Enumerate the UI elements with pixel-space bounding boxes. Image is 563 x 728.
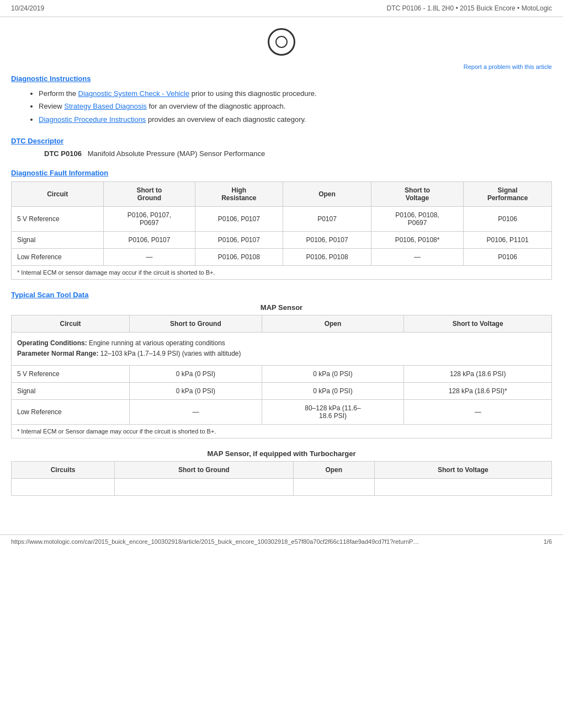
- logo-circle: [268, 28, 295, 56]
- map-lowref-short-ground: —: [130, 399, 262, 424]
- diagnostic-fault-section: Diagnostic Fault Information Circuit Sho…: [11, 169, 552, 280]
- operating-conditions-cell: Operating Conditions: Engine running at …: [12, 333, 552, 365]
- turbo-title: MAP Sensor, if equipped with Turbocharge…: [11, 449, 552, 458]
- turbo-empty-row: [12, 478, 552, 495]
- col-signal-performance: SignalPerformance: [464, 182, 552, 207]
- report-problem-link[interactable]: Report a problem with this article: [464, 63, 552, 70]
- operating-conditions-row: Operating Conditions: Engine running at …: [12, 333, 552, 365]
- map-signal-short-ground: 0 kPa (0 PSI): [130, 382, 262, 399]
- circuit-low-ref: Low Reference: [12, 249, 104, 266]
- turbo-header-row: Circuits Short to Ground Open Short to V…: [12, 461, 552, 478]
- map-footnote: * Internal ECM or Sensor damage may occu…: [12, 424, 552, 438]
- top-bar: 10/24/2019 DTC P0106 - 1.8L 2H0 • 2015 B…: [0, 0, 563, 17]
- page-number: 1/6: [544, 538, 552, 545]
- col-high-resistance: HighResistance: [195, 182, 283, 207]
- dtc-descriptor-text: DTC P0106 Manifold Absolute Pressure (MA…: [44, 149, 552, 158]
- fault-table-header-row: Circuit Short toGround HighResistance Op…: [12, 182, 552, 207]
- map-col-circuit: Circuit: [12, 315, 130, 333]
- map-signal-short-volt: 128 kPa (18.6 PSI)*: [404, 382, 552, 399]
- svg-point-0: [276, 36, 287, 47]
- map-5v-short-volt: 128 kPa (18.6 PSI): [404, 365, 552, 382]
- turbo-table: Circuits Short to Ground Open Short to V…: [11, 461, 552, 496]
- lowref-signal-perf: P0106: [464, 249, 552, 266]
- dtc-descriptor-section: DTC Descriptor DTC P0106 Manifold Absolu…: [11, 137, 552, 158]
- strategy-diagnosis-link[interactable]: Strategy Based Diagnosis: [64, 102, 147, 110]
- main-content: Diagnostic Instructions Perform the Diag…: [0, 74, 563, 529]
- diagnostic-instructions-link[interactable]: Diagnostic Instructions: [11, 74, 552, 83]
- bullet-item-1: Perform the Diagnostic System Check - Ve…: [39, 87, 552, 100]
- operating-conditions-text: Operating Conditions: Engine running at …: [17, 338, 546, 349]
- map-col-short-voltage: Short to Voltage: [404, 315, 552, 333]
- lowref-open: P0106, P0108: [283, 249, 371, 266]
- turbo-section: MAP Sensor, if equipped with Turbocharge…: [11, 449, 552, 496]
- signal-short-ground: P0106, P0107: [104, 232, 195, 249]
- map-col-short-ground: Short to Ground: [130, 315, 262, 333]
- procedure-instructions-link[interactable]: Diagnostic Procedure Instructions: [39, 115, 146, 124]
- map-lowref-open: 80–128 kPa (11.6–18.6 PSI): [262, 399, 404, 424]
- turbo-col-short-voltage: Short to Voltage: [374, 461, 551, 478]
- circuit-signal: Signal: [12, 232, 104, 249]
- signal-signal-perf: P0106, P1101: [464, 232, 552, 249]
- logo-icon: [275, 35, 288, 49]
- lowref-short-volt: —: [371, 249, 463, 266]
- 5v-high-res: P0106, P0107: [195, 207, 283, 232]
- map-sensor-title: MAP Sensor: [11, 303, 552, 312]
- typical-scan-tool-section: Typical Scan Tool Data MAP Sensor Circui…: [11, 291, 552, 495]
- dtc-code: DTC P0106: [44, 149, 82, 158]
- typical-scan-tool-link[interactable]: Typical Scan Tool Data: [11, 291, 552, 299]
- col-short-voltage: Short toVoltage: [371, 182, 463, 207]
- logo-area: [0, 17, 563, 61]
- signal-short-volt: P0106, P0108*: [371, 232, 463, 249]
- turbo-col-circuits: Circuits: [12, 461, 115, 478]
- page-title: DTC P0106 - 1.8L 2H0 • 2015 Buick Encore…: [387, 4, 552, 12]
- map-lowref-circuit: Low Reference: [12, 399, 130, 424]
- 5v-short-ground: P0106, P0107,P0697: [104, 207, 195, 232]
- 5v-open: P0107: [283, 207, 371, 232]
- url-bar: https://www.motologic.com/car/2015_buick…: [0, 534, 563, 548]
- map-5v-circuit: 5 V Reference: [12, 365, 130, 382]
- 5v-signal-perf: P0106: [464, 207, 552, 232]
- diagnostic-instructions-list: Perform the Diagnostic System Check - Ve…: [11, 87, 552, 126]
- fault-footnote-row: * Internal ECM or sensor damage may occu…: [12, 266, 552, 280]
- map-signal-circuit: Signal: [12, 382, 130, 399]
- col-short-ground: Short toGround: [104, 182, 195, 207]
- report-link[interactable]: Report a problem with this article: [0, 61, 563, 74]
- dtc-descriptor-link[interactable]: DTC Descriptor: [11, 137, 552, 145]
- map-header-row: Circuit Short to Ground Open Short to Vo…: [12, 315, 552, 333]
- map-col-open: Open: [262, 315, 404, 333]
- url-text: https://www.motologic.com/car/2015_buick…: [11, 538, 419, 545]
- bullet-item-3: Diagnostic Procedure Instructions provid…: [39, 113, 552, 126]
- table-row: Low Reference — 80–128 kPa (11.6–18.6 PS…: [12, 399, 552, 424]
- signal-high-res: P0106, P0107: [195, 232, 283, 249]
- table-row: Signal 0 kPa (0 PSI) 0 kPa (0 PSI) 128 k…: [12, 382, 552, 399]
- parameter-range-text: Parameter Normal Range: 12–103 kPa (1.7–…: [17, 349, 546, 359]
- diagnostic-fault-link[interactable]: Diagnostic Fault Information: [11, 169, 552, 177]
- map-5v-open: 0 kPa (0 PSI): [262, 365, 404, 382]
- table-row: Signal P0106, P0107 P0106, P0107 P0106, …: [12, 232, 552, 249]
- diagnostic-instructions-section: Diagnostic Instructions Perform the Diag…: [11, 74, 552, 126]
- circuit-5v: 5 V Reference: [12, 207, 104, 232]
- turbo-col-open: Open: [293, 461, 374, 478]
- signal-open: P0106, P0107: [283, 232, 371, 249]
- lowref-high-res: P0106, P0108: [195, 249, 283, 266]
- col-circuit: Circuit: [12, 182, 104, 207]
- table-row: 5 V Reference P0106, P0107,P0697 P0106, …: [12, 207, 552, 232]
- table-row: Low Reference — P0106, P0108 P0106, P010…: [12, 249, 552, 266]
- map-sensor-table: Circuit Short to Ground Open Short to Vo…: [11, 315, 552, 438]
- date-label: 10/24/2019: [11, 4, 44, 12]
- dtc-description: Manifold Absolute Pressure (MAP) Sensor …: [88, 149, 265, 158]
- map-signal-open: 0 kPa (0 PSI): [262, 382, 404, 399]
- fault-table: Circuit Short toGround HighResistance Op…: [11, 181, 552, 280]
- map-footnote-row: * Internal ECM or Sensor damage may occu…: [12, 424, 552, 438]
- fault-footnote: * Internal ECM or sensor damage may occu…: [12, 266, 552, 280]
- turbo-col-short-ground: Short to Ground: [115, 461, 294, 478]
- bullet-item-2: Review Strategy Based Diagnosis for an o…: [39, 100, 552, 113]
- table-row: 5 V Reference 0 kPa (0 PSI) 0 kPa (0 PSI…: [12, 365, 552, 382]
- lowref-short-ground: —: [104, 249, 195, 266]
- system-check-link[interactable]: Diagnostic System Check - Vehicle: [78, 89, 190, 98]
- map-5v-short-ground: 0 kPa (0 PSI): [130, 365, 262, 382]
- 5v-short-volt: P0106, P0108,P0697: [371, 207, 463, 232]
- map-lowref-short-volt: —: [404, 399, 552, 424]
- col-open: Open: [283, 182, 371, 207]
